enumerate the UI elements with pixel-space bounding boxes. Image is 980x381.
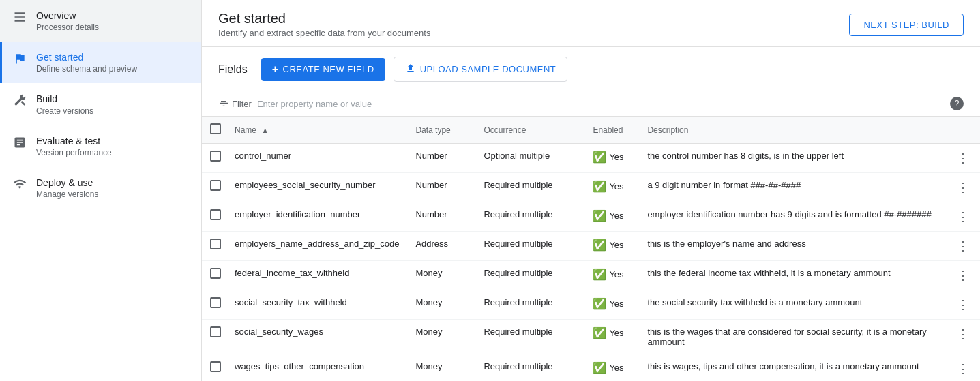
sort-asc-icon: ▲ [261, 126, 269, 134]
select-all-header [202, 117, 229, 144]
cell-enabled: ✅ Yes [584, 320, 639, 354]
cell-name: social_security_wages [229, 320, 407, 354]
enabled-check-icon: ✅ [593, 180, 606, 193]
upload-icon [405, 63, 416, 76]
column-header-datatype[interactable]: Data type [407, 117, 475, 144]
fields-table-container: Name ▲ Data type Occurrence Enabled Desc… [202, 117, 980, 381]
filter-input[interactable] [257, 99, 945, 109]
row-checkbox-cell [202, 290, 229, 320]
row-more-menu-5[interactable]: ⋮ [954, 296, 972, 313]
sidebar-item-evaluate[interactable]: Evaluate & test Version performance [0, 125, 201, 167]
sidebar-item-overview-subtitle: Processor details [36, 22, 99, 32]
row-checkbox-0[interactable] [210, 151, 221, 162]
enabled-check-icon: ✅ [593, 268, 606, 281]
table-row: control_numer Number Optional multiple ✅… [202, 144, 980, 173]
row-checkbox-4[interactable] [210, 268, 221, 279]
cell-occurrence: Required multiple [475, 232, 584, 261]
sidebar-item-overview-title: Overview [36, 10, 99, 22]
row-more-menu-4[interactable]: ⋮ [954, 267, 972, 284]
row-checkbox-3[interactable] [210, 239, 221, 249]
cell-enabled: ✅ Yes [584, 290, 639, 320]
sidebar-item-deploy[interactable]: Deploy & use Manage versions [0, 167, 201, 209]
row-checkbox-6[interactable] [210, 326, 221, 337]
enabled-text: Yes [609, 181, 623, 192]
create-new-field-button[interactable]: + CREATE NEW FIELD [261, 58, 385, 81]
row-more-menu-3[interactable]: ⋮ [954, 238, 972, 254]
row-checkbox-cell [202, 173, 229, 202]
cell-enabled: ✅ Yes [584, 202, 639, 232]
row-checkbox-7[interactable] [210, 361, 221, 372]
cell-datatype: Address [407, 232, 475, 261]
cell-actions: ⋮ [946, 144, 980, 173]
cell-occurrence: Required multiple [475, 261, 584, 290]
table-row: wages_tips_other_compensation Money Requ… [202, 354, 980, 382]
row-checkbox-cell [202, 232, 229, 261]
enabled-check-icon: ✅ [593, 239, 606, 252]
cell-name: federal_income_tax_withheld [229, 261, 407, 290]
cell-actions: ⋮ [946, 290, 980, 320]
cell-occurrence: Required multiple [475, 290, 584, 320]
cell-occurrence: Required multiple [475, 354, 584, 382]
cell-description: this is the employer's name and address [639, 232, 946, 261]
cell-enabled: ✅ Yes [584, 173, 639, 202]
sidebar-item-get-started[interactable]: Get started Define schema and preview [0, 42, 201, 83]
row-more-menu-6[interactable]: ⋮ [954, 326, 972, 342]
cell-occurrence: Required multiple [475, 202, 584, 232]
filter-bar: Filter ? [202, 91, 980, 117]
sidebar-item-get-started-title: Get started [36, 51, 137, 63]
row-checkbox-cell [202, 320, 229, 354]
select-all-checkbox[interactable] [210, 123, 221, 134]
row-checkbox-2[interactable] [210, 209, 221, 220]
row-checkbox-cell [202, 144, 229, 173]
cell-datatype: Number [407, 173, 475, 202]
column-header-description[interactable]: Description [639, 117, 946, 144]
table-row: employers_name_address_and_zip_code Addr… [202, 232, 980, 261]
cell-name: wages_tips_other_compensation [229, 354, 407, 382]
next-step-button[interactable]: NEXT STEP: BUILD [849, 14, 964, 36]
column-header-occurrence[interactable]: Occurrence [475, 117, 584, 144]
cell-datatype: Number [407, 202, 475, 232]
column-header-name[interactable]: Name ▲ [229, 117, 407, 144]
table-row: social_security_tax_withheld Money Requi… [202, 290, 980, 320]
table-body: control_numer Number Optional multiple ✅… [202, 144, 980, 382]
row-more-menu-1[interactable]: ⋮ [954, 179, 972, 196]
row-more-menu-2[interactable]: ⋮ [954, 209, 972, 225]
cell-actions: ⋮ [946, 202, 980, 232]
build-icon [13, 93, 27, 109]
cell-description: employer identification number has 9 dig… [639, 202, 946, 232]
main-content: Get started Identify and extract specifi… [202, 0, 980, 381]
cell-enabled: ✅ Yes [584, 261, 639, 290]
filter-label: Filter [218, 98, 252, 109]
row-checkbox-5[interactable] [210, 297, 221, 308]
cell-actions: ⋮ [946, 261, 980, 290]
column-header-enabled[interactable]: Enabled [584, 117, 639, 144]
table-header-row: Name ▲ Data type Occurrence Enabled Desc… [202, 117, 980, 144]
enabled-check-icon: ✅ [593, 209, 606, 222]
row-checkbox-cell [202, 354, 229, 382]
page-subtitle: Identify and extract specific data from … [218, 28, 430, 38]
cell-name: social_security_tax_withheld [229, 290, 407, 320]
sidebar-item-build[interactable]: Build Create versions [0, 83, 201, 125]
cell-name: employers_name_address_and_zip_code [229, 232, 407, 261]
cell-enabled: ✅ Yes [584, 232, 639, 261]
sidebar-item-overview[interactable]: Overview Processor details [0, 0, 201, 42]
upload-sample-document-button[interactable]: UPLOAD SAMPLE DOCUMENT [394, 57, 568, 82]
sidebar-item-build-subtitle: Create versions [36, 106, 93, 116]
fields-label: Fields [218, 63, 248, 76]
row-checkbox-1[interactable] [210, 180, 221, 191]
cell-description: this is the wages that are considered fo… [639, 320, 946, 354]
table-row: employer_identification_number Number Re… [202, 202, 980, 232]
enabled-text: Yes [609, 269, 623, 279]
enabled-check-icon: ✅ [593, 326, 606, 339]
row-more-menu-0[interactable]: ⋮ [954, 150, 972, 166]
cell-actions: ⋮ [946, 173, 980, 202]
help-icon[interactable]: ? [950, 97, 964, 110]
fields-toolbar: Fields + CREATE NEW FIELD UPLOAD SAMPLE … [202, 47, 980, 91]
sidebar-item-build-title: Build [36, 93, 93, 105]
row-checkbox-cell [202, 261, 229, 290]
flag-icon [13, 52, 27, 67]
row-more-menu-7[interactable]: ⋮ [954, 361, 972, 377]
sidebar-item-deploy-subtitle: Manage versions [36, 189, 98, 199]
chart-icon [13, 136, 27, 151]
enabled-check-icon: ✅ [593, 151, 606, 164]
